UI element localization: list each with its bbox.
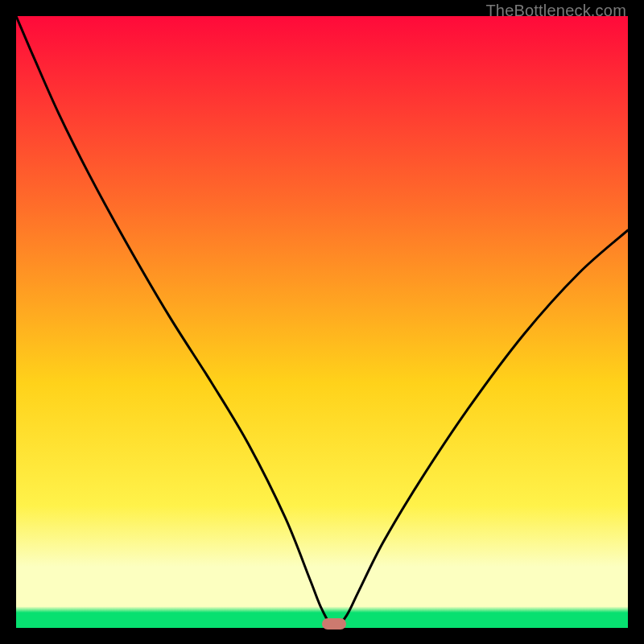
chart-frame: TheBottleneck.com bbox=[0, 0, 644, 644]
bottleneck-curve bbox=[16, 16, 628, 628]
watermark-text: TheBottleneck.com bbox=[485, 2, 626, 20]
plot-area bbox=[16, 16, 628, 628]
optimal-point-marker bbox=[322, 618, 346, 630]
